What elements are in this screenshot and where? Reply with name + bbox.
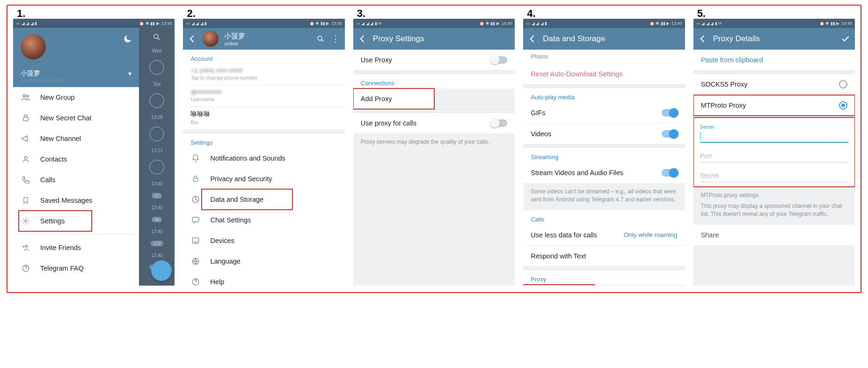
account-phone[interactable]: +1 (###) ###-####Tap to change phone num… <box>183 64 344 85</box>
back-icon[interactable] <box>528 34 537 44</box>
section-autoplay: Auto-play media <box>523 88 685 103</box>
screen-proxy-details: ▭ ◢ ◢ ◢ ▮ ✉ ⏰ ✱ ▮▮ ▶ 14:40 Proxy Details… <box>693 19 855 286</box>
appbar: Data and Storage <box>523 28 685 50</box>
svg-point-8 <box>318 36 322 40</box>
globe-icon <box>190 256 201 266</box>
row-proxy-settings[interactable]: Proxy Settings <box>523 285 594 286</box>
settings-data-storage[interactable]: Data and Storage <box>202 189 292 210</box>
row-add-proxy[interactable]: Add Proxy <box>353 88 434 109</box>
menu-contacts[interactable]: Contacts <box>13 149 139 169</box>
svg-point-1 <box>26 96 28 97</box>
step-1-label: 1. <box>17 7 25 20</box>
gear-icon <box>21 216 31 226</box>
row-stream[interactable]: Stream Videos and Audio Files <box>523 162 685 183</box>
section-account: Account <box>183 50 344 64</box>
svg-point-4 <box>25 220 27 222</box>
settings-chat[interactable]: Chat Settings <box>183 210 344 230</box>
expand-icon[interactable]: ▾ <box>128 70 131 77</box>
settings-language[interactable]: Language <box>183 251 344 272</box>
row-share[interactable]: Share <box>693 225 855 245</box>
avatar[interactable] <box>203 31 219 47</box>
group-icon <box>21 92 31 103</box>
input-server[interactable]: Server <box>700 121 848 143</box>
appbar: Proxy Details <box>693 28 855 50</box>
settings-help[interactable]: Help <box>183 272 344 286</box>
nav-drawer: 小菠萝 ▾ +1 (###) ###-#### New Group New Se… <box>13 28 139 286</box>
toggle-stream[interactable] <box>662 169 678 177</box>
search-icon[interactable] <box>152 32 161 42</box>
stream-hint: Some videos can't be streamed – e.g., al… <box>523 183 685 210</box>
screen-drawer: ▭ ◢ ◢ ◢ ▮ ⏰ ✱ ▮▮ ▶ 13:40 小菠萝 ▾ +1 (### <box>13 19 175 286</box>
svg-point-3 <box>24 156 27 159</box>
row-proxy-calls[interactable]: Use proxy for calls <box>353 113 515 133</box>
compose-fab[interactable] <box>151 260 172 281</box>
row-respond-text[interactable]: Respond with Text <box>523 246 685 266</box>
toggle-videos[interactable] <box>662 130 678 138</box>
row-socks5[interactable]: SOCKS5 Proxy <box>693 74 855 95</box>
back-icon[interactable] <box>188 34 197 44</box>
settings-privacy[interactable]: Privacy and Security <box>183 169 344 189</box>
help-icon <box>190 277 201 286</box>
row-videos[interactable]: Videos <box>523 124 685 144</box>
row-mtproto[interactable]: MTProto Proxy <box>693 95 855 116</box>
account-bio[interactable]: 咻咻咻 Bio <box>183 107 344 130</box>
confirm-icon[interactable] <box>841 34 850 44</box>
page-title: Data and Storage <box>543 34 680 44</box>
account-username[interactable]: @#######Username <box>183 86 344 107</box>
row-reset-autodownload[interactable]: Reset Auto-Download Settings <box>523 64 685 84</box>
input-secret[interactable]: Secret <box>700 167 848 182</box>
row-photos[interactable]: Photos <box>523 50 685 64</box>
section-proxy: Proxy <box>523 270 685 285</box>
menu-new-group[interactable]: New Group <box>13 87 139 108</box>
svg-rect-11 <box>193 217 199 222</box>
proxy-calls-hint: Proxy servers may degrade the quality of… <box>353 133 515 153</box>
chat-list-backdrop: Wed Sat 13:28 13:21 13:40 17 13:40 46 13… <box>139 28 175 286</box>
appbar: Proxy Settings <box>353 28 515 50</box>
row-use-proxy[interactable]: Use Proxy <box>353 50 515 70</box>
svg-point-0 <box>23 95 25 97</box>
menu-faq[interactable]: Telegram FAQ <box>13 258 139 279</box>
chat-icon <box>190 215 201 225</box>
menu-new-secret[interactable]: New Secret Chat <box>13 108 139 128</box>
menu-saved[interactable]: Saved Messages <box>13 190 139 211</box>
search-icon[interactable] <box>316 34 325 44</box>
help-icon <box>21 263 31 273</box>
bell-icon <box>190 153 201 163</box>
radio-socks5[interactable] <box>839 80 847 88</box>
row-less-data[interactable]: Use less data for calls Only while roami… <box>523 225 685 245</box>
appbar: 小菠萝 online ⋮ <box>183 28 344 50</box>
profile-title: 小菠萝 <box>224 32 310 41</box>
bookmark-icon <box>21 195 31 206</box>
overflow-icon[interactable]: ⋮ <box>331 34 340 44</box>
statusbar: ▭ ◢ ◢ ◢ ▮ ⏰ ✱ ▮▮ ▶ 13:40 <box>523 19 685 28</box>
back-icon[interactable] <box>698 34 708 44</box>
profile-name: 小菠萝 <box>21 69 40 78</box>
settings-devices[interactable]: Devices <box>183 230 344 251</box>
svg-rect-9 <box>194 178 198 182</box>
toggle-use-proxy[interactable] <box>491 56 507 64</box>
menu-invite[interactable]: Invite Friends <box>13 237 139 258</box>
screen-proxy-settings: ▭ ◢ ◢ ◢ ▮ ✉ ⏰ ✱ ▮▮ ▶ 14:40 Proxy Setting… <box>353 19 515 286</box>
input-port[interactable]: Port <box>700 147 848 162</box>
menu-calls[interactable]: Calls <box>13 169 139 190</box>
step-3-label: 3. <box>357 7 365 20</box>
row-gifs[interactable]: GIFs <box>523 103 685 123</box>
lock-icon <box>21 113 31 123</box>
section-streaming: Streaming <box>523 148 685 162</box>
svg-rect-2 <box>23 118 29 121</box>
avatar[interactable] <box>21 34 46 59</box>
settings-notifications[interactable]: Notifications and Sounds <box>183 148 344 169</box>
row-paste-clipboard[interactable]: Paste from clipboard <box>693 50 855 70</box>
menu-settings[interactable]: Settings <box>19 211 92 231</box>
menu-new-channel[interactable]: New Channel <box>13 128 139 149</box>
toggle-proxy-calls[interactable] <box>491 119 507 127</box>
section-settings: Settings <box>183 133 344 148</box>
statusbar: ▭ ◢ ◢ ◢ ▮ ⏰ ✱ ▮▮ ▶ 13:40 <box>13 19 175 28</box>
night-mode-icon[interactable] <box>123 34 132 44</box>
lock-icon <box>190 174 201 184</box>
drawer-header: 小菠萝 ▾ +1 (###) ###-#### <box>13 28 139 87</box>
svg-rect-12 <box>193 238 199 242</box>
radio-mtproto[interactable] <box>839 101 847 110</box>
toggle-gifs[interactable] <box>662 109 678 117</box>
back-icon[interactable] <box>358 34 367 44</box>
